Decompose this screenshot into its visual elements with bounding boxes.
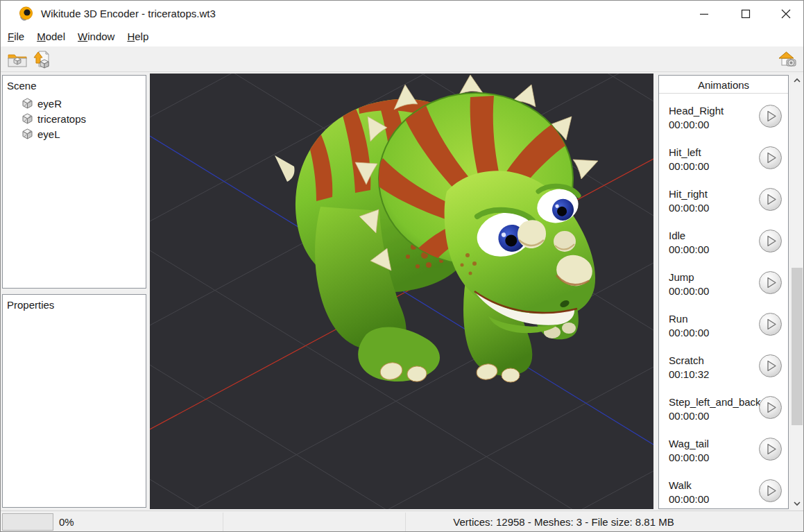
play-animation-button[interactable] [759, 479, 782, 502]
title-bar: Wikitude 3D Encoder - triceratops.wt3 [1, 1, 803, 27]
animation-list: Head_Right00:00:00Hit_left00:00:00Hit_ri… [659, 94, 788, 508]
minimize-icon [698, 8, 710, 20]
window-title: Wikitude 3D Encoder - triceratops.wt3 [41, 1, 216, 27]
scene-item-label: triceratops [37, 113, 86, 125]
scene-item-eyeL[interactable]: eyeL [22, 126, 146, 141]
app-window: Wikitude 3D Encoder - triceratops.wt3 Fi… [0, 0, 804, 532]
animations-panel: Animations Head_Right00:00:00Hit_left00:… [658, 75, 789, 509]
menu-item-help[interactable]: Help [121, 27, 155, 46]
properties-panel: Properties [2, 294, 146, 508]
wikitude-logo-icon [18, 6, 33, 22]
scene-item-list: eyeRtriceratopseyeL [22, 96, 146, 141]
model-stats-text: Vertices: 12958 - Meshes: 3 - File size:… [405, 511, 722, 532]
play-animation-button[interactable] [759, 105, 782, 128]
play-animation-button[interactable] [759, 146, 782, 169]
status-separator [223, 513, 223, 531]
status-bar: 0% Vertices: 12958 - Meshes: 3 - File si… [1, 510, 803, 532]
scene-item-label: eyeR [37, 98, 62, 110]
chevron-up-icon [791, 75, 803, 87]
play-animation-button[interactable] [759, 188, 782, 211]
play-animation-button[interactable] [759, 438, 782, 461]
play-animation-button[interactable] [759, 271, 782, 294]
scene-item-triceratops[interactable]: triceratops [22, 111, 146, 126]
scene-panel-title: Scene [3, 76, 146, 94]
viewport-canvas[interactable] [150, 74, 653, 509]
animation-row-Jump: Jump00:00:00 [659, 271, 788, 312]
menu-item-file[interactable]: File [1, 27, 31, 46]
toolbar [1, 46, 803, 72]
reset-camera-home-icon [778, 50, 797, 69]
play-animation-button[interactable] [759, 354, 782, 377]
open-model-button[interactable] [6, 49, 29, 70]
properties-panel-title: Properties [3, 295, 146, 314]
animation-row-Run: Run00:00:00 [659, 312, 788, 354]
scrollbar-down-button[interactable] [791, 497, 803, 509]
menu-item-window[interactable]: Window [71, 27, 121, 46]
play-animation-button[interactable] [759, 313, 782, 336]
close-icon [780, 8, 792, 20]
export-model-button[interactable] [31, 49, 54, 70]
mesh-cube-icon [22, 98, 33, 109]
chevron-down-icon [791, 497, 803, 509]
export-model-icon [32, 49, 53, 70]
animation-row-Hit_left: Hit_left00:00:00 [659, 146, 788, 187]
animation-row-Walk: Walk00:00:00 [659, 479, 788, 508]
reset-camera-button[interactable] [776, 49, 799, 70]
play-animation-button[interactable] [759, 230, 782, 252]
viewport-3d[interactable] [150, 74, 653, 509]
animation-row-Scratch: Scratch00:10:32 [659, 354, 788, 395]
animations-scrollbar[interactable] [791, 75, 803, 509]
mesh-cube-icon [22, 113, 33, 124]
animations-panel-title: Animations [659, 76, 788, 94]
animation-row-Idle: Idle00:00:00 [659, 229, 788, 271]
maximize-button[interactable] [730, 1, 762, 27]
play-animation-button[interactable] [759, 396, 782, 419]
maximize-icon [739, 8, 752, 20]
menu-item-model[interactable]: Model [31, 27, 71, 46]
animation-row-Hit_right: Hit_right00:00:00 [659, 187, 788, 229]
animation-row-Step_left_and_back: Step_left_and_back00:00:00 [659, 395, 788, 437]
scrollbar-thumb[interactable] [792, 268, 803, 425]
close-button[interactable] [770, 1, 802, 27]
scene-panel: Scene eyeRtriceratopseyeL [2, 75, 146, 289]
scene-item-eyeR[interactable]: eyeR [22, 96, 146, 111]
animation-row-Head_Right: Head_Right00:00:00 [659, 104, 788, 146]
progress-bar [2, 513, 53, 531]
workspace: Scene eyeRtriceratopseyeL Properties [1, 72, 803, 510]
minimize-button[interactable] [688, 1, 720, 27]
animation-row-Wag_tail: Wag_tail00:00:00 [659, 437, 788, 479]
open-model-folder-icon [7, 50, 28, 69]
scene-item-label: eyeL [37, 128, 60, 140]
mesh-cube-icon [22, 128, 33, 139]
scrollbar-up-button[interactable] [791, 75, 803, 87]
progress-percent: 0% [59, 511, 74, 532]
menu-bar: FileModelWindowHelp [1, 27, 803, 46]
